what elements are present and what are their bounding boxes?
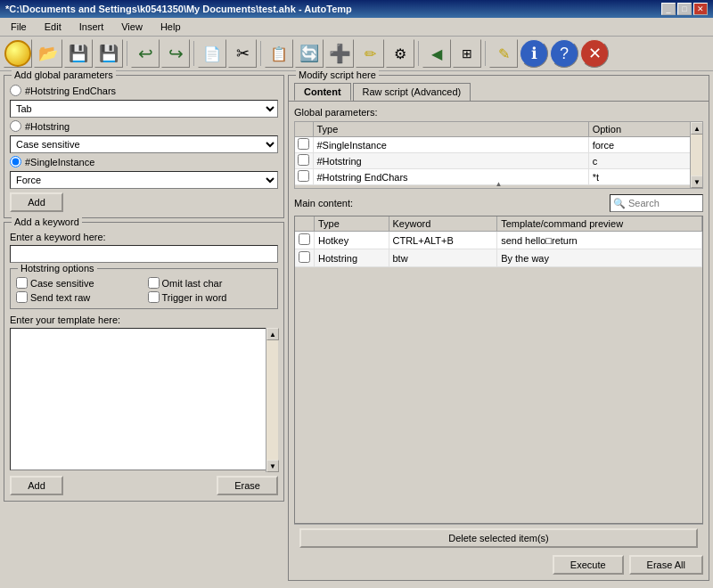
content-row1-preview: send hello□return: [497, 232, 702, 249]
delete-button[interactable]: Delete selected item(s): [299, 528, 698, 548]
row1-checkbox-cell: [295, 137, 313, 153]
toolbar-separator-3: [260, 41, 261, 66]
cb-row-1: Case sensitive: [16, 277, 141, 289]
dropdown-case[interactable]: Case sensitive Case insensitive: [10, 135, 278, 153]
scroll-up-arrow[interactable]: ▲: [266, 328, 279, 340]
tab-content-area: Global parameters: Type Option: [289, 101, 709, 580]
content-th-type: Type: [315, 216, 389, 232]
keyword-group-title: Add a keyword: [12, 216, 82, 227]
toolbar-edit[interactable]: ✏: [356, 39, 384, 68]
keyword-erase-button[interactable]: Erase: [217, 476, 278, 495]
toolbar-back[interactable]: ◀: [422, 39, 451, 68]
template-scrollbar: ▲ ▼: [266, 328, 278, 472]
content-row1-checkbox[interactable]: [299, 233, 310, 245]
toolbar-edit2[interactable]: ✎: [489, 39, 518, 68]
minimize-button[interactable]: _: [661, 3, 676, 15]
radio-hotstring-endchars-label: #Hotstring EndChars: [25, 86, 116, 96]
row2-option: c: [588, 153, 690, 169]
menu-insert[interactable]: Insert: [72, 20, 111, 34]
main-content-label: Main content:: [294, 198, 353, 208]
global-scroll-up[interactable]: ▲: [691, 122, 703, 135]
th-checkbox: [295, 122, 313, 137]
keyword-add-button[interactable]: Add: [10, 476, 63, 495]
row1-type: #SingleInstance: [313, 137, 588, 153]
global-params-row-1: #SingleInstance force: [295, 137, 690, 153]
toolbar-grid[interactable]: ⊞: [453, 39, 481, 68]
collapse-arrow: ▲: [496, 180, 503, 188]
radio-single-instance[interactable]: [10, 156, 21, 167]
toolbar-add[interactable]: ➕: [325, 39, 354, 68]
row3-checkbox[interactable]: [298, 170, 309, 182]
maximize-button[interactable]: □: [677, 3, 692, 15]
toolbar-separator-1: [127, 41, 127, 66]
keyword-label: Enter a keyword here:: [10, 232, 278, 242]
row1-checkbox[interactable]: [298, 138, 309, 150]
toolbar-circle[interactable]: [4, 39, 32, 68]
toolbar-redo[interactable]: ↪: [161, 39, 190, 68]
content-row1-keyword: CTRL+ALT+B: [389, 232, 497, 249]
cb-trigger-word-label: Trigger in word: [162, 292, 227, 303]
main-content-row: Main content: 🔍: [294, 194, 703, 212]
tab-content[interactable]: Content: [294, 83, 351, 101]
checkbox-grid: Case sensitive Omit last char Send text …: [16, 277, 272, 303]
toolbar-undo[interactable]: ↩: [131, 39, 160, 68]
close-button[interactable]: ✕: [693, 3, 708, 15]
global-add-button[interactable]: Add: [10, 192, 63, 212]
radio-hotstring[interactable]: [10, 120, 21, 132]
global-params-tbody: #SingleInstance force #Hotstring c #Hots…: [295, 137, 690, 185]
row3-option: *t: [588, 169, 690, 185]
content-row1-cb: [295, 232, 315, 249]
global-params-table-wrapper: Type Option #SingleInstance force: [294, 121, 703, 189]
toolbar-open[interactable]: 📂: [34, 39, 62, 68]
toolbar-save2[interactable]: 💾: [94, 39, 123, 68]
window-title: *C:\Documents and Settings\k0541350\My D…: [5, 4, 352, 14]
th-option: Option: [588, 122, 690, 137]
toolbar-close[interactable]: ✕: [580, 39, 609, 68]
tab-raw-script[interactable]: Raw script (Advanced): [353, 83, 471, 101]
cb-send-raw[interactable]: [16, 291, 28, 303]
toolbar-copy[interactable]: 📄: [198, 39, 226, 68]
param-row-1: Tab Enter: [10, 100, 278, 118]
cb-trigger-word[interactable]: [148, 291, 160, 303]
row2-type: #Hotstring: [313, 153, 588, 169]
menu-help[interactable]: Help: [153, 20, 188, 34]
content-row-2[interactable]: Hotstring btw By the way: [295, 249, 702, 267]
toolbar-help[interactable]: ?: [550, 39, 578, 68]
cb-case-sensitive[interactable]: [16, 277, 28, 289]
content-row2-checkbox[interactable]: [299, 251, 310, 263]
dropdown-tab[interactable]: Tab Enter: [10, 100, 278, 118]
content-row-1[interactable]: Hotkey CTRL+ALT+B send hello□return: [295, 232, 702, 249]
search-icon: 🔍: [613, 198, 626, 209]
execute-button[interactable]: Execute: [553, 555, 624, 575]
content-thead: Type Keyword Template/command preview: [295, 216, 702, 232]
radio-hotstring-label: #Hotstring: [25, 121, 70, 132]
search-input[interactable]: [628, 198, 700, 208]
row2-checkbox[interactable]: [298, 154, 309, 166]
template-label: Enter your template here:: [10, 314, 278, 325]
toolbar-info[interactable]: ℹ: [520, 39, 548, 68]
title-bar: *C:\Documents and Settings\k0541350\My D…: [0, 0, 713, 18]
erase-all-button[interactable]: Erase All: [629, 555, 703, 575]
toolbar-save[interactable]: 💾: [64, 39, 93, 68]
right-panel: Modify script here Content Raw script (A…: [288, 75, 709, 581]
menu-edit[interactable]: Edit: [37, 20, 69, 34]
dropdown-force[interactable]: Force Off On: [10, 171, 278, 189]
circle-icon: [4, 40, 31, 67]
template-textarea[interactable]: [10, 328, 278, 470]
content-th-keyword: Keyword: [389, 216, 497, 232]
content-th-preview: Template/command preview: [497, 216, 702, 232]
menu-view[interactable]: View: [114, 20, 150, 34]
toolbar-cut[interactable]: ✂: [228, 39, 257, 68]
toolbar-settings[interactable]: ⚙: [386, 39, 414, 68]
modify-group: Modify script here Content Raw script (A…: [288, 75, 709, 581]
radio-hotstring-endchars[interactable]: [10, 85, 21, 96]
window-controls[interactable]: _ □ ✕: [661, 3, 708, 15]
toolbar-refresh[interactable]: 🔄: [295, 39, 324, 68]
keyword-input[interactable]: [10, 245, 278, 263]
scroll-down-arrow[interactable]: ▼: [266, 460, 279, 472]
global-scroll-down[interactable]: ▼: [691, 176, 703, 188]
menu-file[interactable]: File: [4, 20, 34, 34]
content-row2-cb: [295, 249, 315, 267]
cb-omit-last[interactable]: [148, 277, 160, 289]
toolbar-paste[interactable]: 📋: [265, 39, 293, 68]
